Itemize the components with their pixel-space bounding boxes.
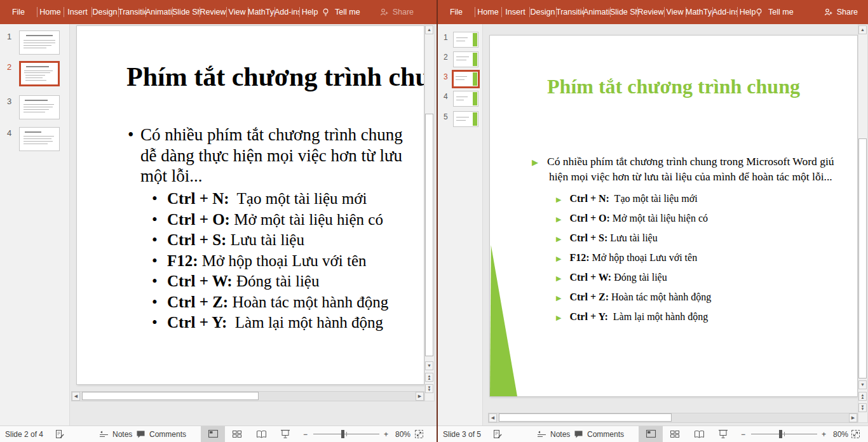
slide-thumbnail-3-selected[interactable] bbox=[452, 70, 480, 88]
scroll-left-button[interactable]: ◀ bbox=[489, 413, 497, 422]
tab-insert[interactable]: Insert bbox=[64, 0, 92, 24]
zoom-level[interactable]: 80% bbox=[395, 426, 410, 442]
tab-home[interactable]: Home bbox=[475, 0, 501, 24]
slide-title[interactable]: Phím tắt chương trình chung bbox=[126, 62, 424, 92]
zoom-in-button[interactable]: + bbox=[384, 426, 388, 442]
slide-thumbnail-4[interactable] bbox=[19, 127, 60, 151]
comments-button[interactable]: Comments bbox=[574, 426, 624, 442]
tab-add-ins[interactable]: Add-ins bbox=[275, 0, 299, 24]
fit-to-window-button[interactable] bbox=[414, 426, 424, 442]
tab-review[interactable]: Review bbox=[637, 0, 664, 24]
tab-review[interactable]: Review bbox=[200, 0, 226, 24]
slide-thumbnail-5[interactable] bbox=[453, 111, 478, 127]
slideshow-icon bbox=[718, 429, 728, 439]
arrow-bullet-icon: ▶ bbox=[532, 157, 538, 168]
tab-help[interactable]: Help bbox=[299, 0, 320, 24]
slide-thumbnail-4[interactable] bbox=[453, 91, 478, 107]
zoom-out-button[interactable]: − bbox=[303, 426, 308, 442]
slide-canvas[interactable]: Phím tắt chương trình chung ▶Có nhiều ph… bbox=[489, 35, 858, 397]
intro-line-2: hiện mọi việc hơn từ lưu tài liệu của mì… bbox=[549, 170, 832, 184]
share-button[interactable]: Share bbox=[379, 0, 414, 24]
zoom-in-button[interactable]: + bbox=[822, 426, 826, 442]
proofing-icon bbox=[55, 429, 65, 439]
zoom-out-button[interactable]: − bbox=[741, 426, 745, 442]
horizontal-scroll-thumb[interactable] bbox=[499, 413, 672, 422]
slideshow-button[interactable] bbox=[711, 426, 735, 442]
reading-view-button[interactable] bbox=[687, 426, 711, 442]
slide-sorter-button[interactable] bbox=[225, 426, 249, 442]
share-button[interactable]: Share bbox=[824, 0, 858, 24]
normal-view-button[interactable] bbox=[201, 426, 225, 442]
scroll-down-button[interactable]: ▼ bbox=[858, 380, 867, 389]
previous-slide-button[interactable]: ▲▲ bbox=[858, 392, 867, 401]
zoom-level[interactable]: 80% bbox=[833, 426, 848, 442]
lightbulb-icon bbox=[754, 8, 764, 17]
shortcut-desc: Mở một tài liệu hiện có bbox=[610, 213, 708, 224]
previous-slide-button[interactable]: ▲▲ bbox=[425, 373, 433, 382]
tab-file[interactable]: File bbox=[438, 0, 475, 24]
tab-add-ins[interactable]: Add-ins bbox=[712, 0, 737, 24]
proofing-button[interactable] bbox=[492, 426, 503, 442]
slide-thumbnail-2-selected[interactable] bbox=[19, 61, 60, 86]
vertical-scrollbar[interactable]: ▲ ▼ ▲▲ ▼▼ bbox=[424, 24, 435, 401]
tab-file[interactable]: File bbox=[0, 0, 37, 24]
slide-thumbnail-panel: 1 2 3 bbox=[0, 24, 70, 425]
notes-button[interactable]: Notes bbox=[537, 426, 570, 442]
tab-insert[interactable]: Insert bbox=[501, 0, 529, 24]
slide-thumbnail-1[interactable] bbox=[19, 30, 60, 55]
slideshow-button[interactable] bbox=[273, 426, 297, 442]
tab-transitions[interactable]: Transitions bbox=[556, 0, 583, 24]
horizontal-scroll-thumb[interactable] bbox=[82, 392, 259, 400]
next-slide-button[interactable]: ▼▼ bbox=[858, 403, 867, 412]
reading-view-button[interactable] bbox=[249, 426, 273, 442]
zoom-slider-thumb[interactable] bbox=[341, 430, 344, 438]
slide-thumbnail-2[interactable] bbox=[453, 51, 478, 67]
tell-me-button[interactable]: Tell me bbox=[321, 0, 360, 24]
scroll-left-button[interactable]: ◀ bbox=[72, 392, 80, 401]
shortcut-item: •Ctrl + Y: Làm lại một hành động bbox=[152, 314, 383, 332]
horizontal-scrollbar[interactable]: ◀ ▶ bbox=[488, 413, 858, 423]
intro-line-1: ▶Có nhiều phím tắt chương trình chung tr… bbox=[532, 155, 834, 168]
tell-me-button[interactable]: Tell me bbox=[754, 0, 794, 24]
slide-thumbnail-3[interactable] bbox=[19, 95, 60, 119]
slide-counter: Slide 3 of 5 bbox=[443, 426, 481, 442]
comments-button[interactable]: Comments bbox=[136, 426, 186, 442]
tab-view[interactable]: View bbox=[226, 0, 248, 24]
zoom-slider-thumb[interactable] bbox=[779, 430, 782, 438]
proofing-button[interactable] bbox=[55, 426, 65, 442]
tab-animations[interactable]: Animations bbox=[146, 0, 172, 24]
notes-button[interactable]: Notes bbox=[99, 426, 132, 442]
slide-title[interactable]: Phím tắt chương trình chung bbox=[503, 75, 844, 98]
vertical-scroll-thumb[interactable] bbox=[425, 114, 433, 356]
scroll-right-button[interactable]: ▶ bbox=[416, 392, 424, 401]
shortcut-desc: Đóng tài liệu bbox=[611, 272, 667, 283]
vertical-scrollbar[interactable]: ▲ ▼ ▲▲ ▼▼ bbox=[858, 24, 868, 423]
zoom-slider[interactable] bbox=[751, 434, 817, 434]
shortcut-item: •F12: Mở hộp thoại Lưu với tên bbox=[152, 252, 367, 270]
tab-slide-show[interactable]: Slide Show bbox=[172, 0, 200, 24]
slide-canvas[interactable]: Phím tắt chương trình chung •Có nhiều ph… bbox=[76, 25, 424, 385]
tab-home[interactable]: Home bbox=[37, 0, 64, 24]
tab-slide-show[interactable]: Slide Show bbox=[610, 0, 637, 24]
tab-mathtype[interactable]: MathType bbox=[686, 0, 712, 24]
scroll-right-button[interactable]: ▶ bbox=[849, 413, 857, 422]
zoom-in-icon: + bbox=[822, 430, 826, 439]
tab-view[interactable]: View bbox=[664, 0, 686, 24]
slide-sorter-button[interactable] bbox=[663, 426, 687, 442]
tab-animations[interactable]: Animations bbox=[583, 0, 610, 24]
tab-mathtype[interactable]: MathType bbox=[248, 0, 275, 24]
normal-view-button[interactable] bbox=[639, 426, 663, 442]
slide-thumbnail-1[interactable] bbox=[453, 32, 478, 48]
vertical-scroll-thumb[interactable] bbox=[858, 138, 867, 378]
scroll-up-button[interactable]: ▲ bbox=[858, 25, 867, 34]
horizontal-scrollbar[interactable]: ◀ ▶ bbox=[71, 391, 424, 401]
tab-transitions[interactable]: Transitions bbox=[118, 0, 146, 24]
zoom-slider[interactable] bbox=[313, 434, 379, 434]
tab-design[interactable]: Design bbox=[92, 0, 118, 24]
fit-to-window-button[interactable] bbox=[851, 426, 860, 442]
shortcut-item: ▶Ctrl + Z: Hoàn tác một hành động bbox=[556, 291, 711, 303]
scroll-up-button[interactable]: ▲ bbox=[425, 25, 433, 34]
scroll-down-button[interactable]: ▼ bbox=[425, 361, 433, 370]
next-slide-button[interactable]: ▼▼ bbox=[425, 384, 433, 393]
tab-design[interactable]: Design bbox=[529, 0, 556, 24]
